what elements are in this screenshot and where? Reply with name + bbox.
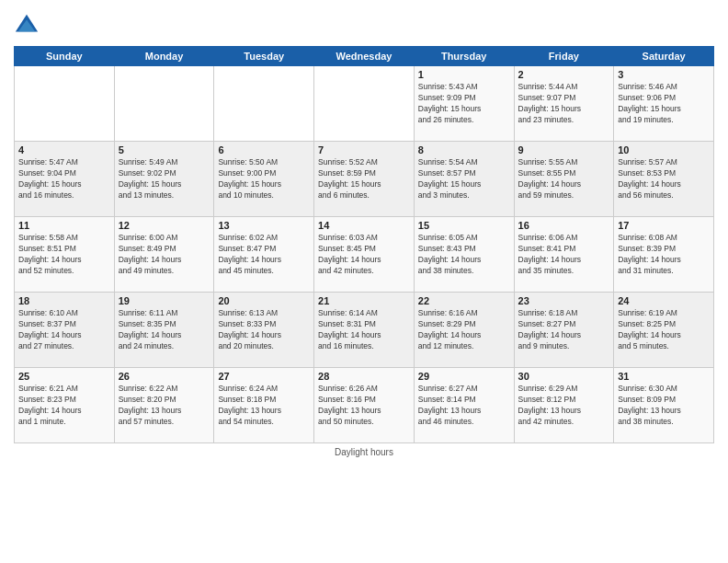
week-row-2: 4Sunrise: 5:47 AM Sunset: 9:04 PM Daylig… xyxy=(15,142,714,217)
week-row-5: 25Sunrise: 6:21 AM Sunset: 8:23 PM Dayli… xyxy=(15,368,714,443)
calendar-cell: 31Sunrise: 6:30 AM Sunset: 8:09 PM Dayli… xyxy=(614,368,714,443)
cell-info: Sunrise: 6:10 AM Sunset: 8:37 PM Dayligh… xyxy=(18,308,110,352)
day-number: 30 xyxy=(518,371,610,382)
day-number: 13 xyxy=(218,220,310,231)
day-number: 20 xyxy=(218,295,310,306)
cell-info: Sunrise: 6:16 AM Sunset: 8:29 PM Dayligh… xyxy=(418,308,510,352)
day-number: 8 xyxy=(418,144,510,155)
cell-info: Sunrise: 5:50 AM Sunset: 9:00 PM Dayligh… xyxy=(218,157,310,201)
calendar-cell: 27Sunrise: 6:24 AM Sunset: 8:18 PM Dayli… xyxy=(214,368,314,443)
calendar-cell: 2Sunrise: 5:44 AM Sunset: 9:07 PM Daylig… xyxy=(514,66,614,142)
cell-info: Sunrise: 6:22 AM Sunset: 8:20 PM Dayligh… xyxy=(119,384,210,428)
cell-info: Sunrise: 5:55 AM Sunset: 8:55 PM Dayligh… xyxy=(518,157,610,201)
calendar-cell: 16Sunrise: 6:06 AM Sunset: 8:41 PM Dayli… xyxy=(514,217,614,293)
day-number: 16 xyxy=(518,220,610,231)
day-number: 4 xyxy=(18,144,110,155)
calendar-cell: 29Sunrise: 6:27 AM Sunset: 8:14 PM Dayli… xyxy=(414,368,514,443)
day-number: 9 xyxy=(518,144,610,155)
day-number: 12 xyxy=(119,220,210,231)
day-number: 6 xyxy=(218,144,310,155)
cell-info: Sunrise: 5:52 AM Sunset: 8:59 PM Dayligh… xyxy=(318,157,410,201)
calendar-body: 1Sunrise: 5:43 AM Sunset: 9:09 PM Daylig… xyxy=(15,66,714,443)
cell-info: Sunrise: 5:46 AM Sunset: 9:06 PM Dayligh… xyxy=(618,82,710,126)
calendar-cell: 10Sunrise: 5:57 AM Sunset: 8:53 PM Dayli… xyxy=(614,142,714,217)
day-number: 7 xyxy=(318,144,410,155)
calendar-cell: 4Sunrise: 5:47 AM Sunset: 9:04 PM Daylig… xyxy=(15,142,115,217)
calendar-cell: 21Sunrise: 6:14 AM Sunset: 8:31 PM Dayli… xyxy=(314,293,415,368)
cell-info: Sunrise: 6:19 AM Sunset: 8:25 PM Dayligh… xyxy=(618,308,710,352)
calendar-cell: 6Sunrise: 5:50 AM Sunset: 9:00 PM Daylig… xyxy=(214,142,314,217)
day-header-wednesday: Wednesday xyxy=(314,47,415,66)
cell-info: Sunrise: 6:29 AM Sunset: 8:12 PM Dayligh… xyxy=(518,384,610,428)
calendar-cell: 20Sunrise: 6:13 AM Sunset: 8:33 PM Dayli… xyxy=(214,293,314,368)
cell-info: Sunrise: 6:27 AM Sunset: 8:14 PM Dayligh… xyxy=(418,384,510,428)
day-number: 28 xyxy=(318,371,410,382)
day-header-thursday: Thursday xyxy=(414,47,514,66)
cell-info: Sunrise: 5:57 AM Sunset: 8:53 PM Dayligh… xyxy=(618,157,710,201)
day-number: 1 xyxy=(418,69,510,80)
calendar-cell xyxy=(15,66,115,142)
day-number: 5 xyxy=(119,144,210,155)
calendar-cell: 30Sunrise: 6:29 AM Sunset: 8:12 PM Dayli… xyxy=(514,368,614,443)
cell-info: Sunrise: 6:08 AM Sunset: 8:39 PM Dayligh… xyxy=(618,233,710,277)
day-number: 11 xyxy=(18,220,110,231)
day-number: 23 xyxy=(518,295,610,306)
calendar-cell xyxy=(114,66,214,142)
cell-info: Sunrise: 5:49 AM Sunset: 9:02 PM Dayligh… xyxy=(119,157,210,201)
header xyxy=(14,9,714,39)
day-number: 3 xyxy=(618,69,710,80)
header-row: SundayMondayTuesdayWednesdayThursdayFrid… xyxy=(15,47,714,66)
calendar-table: SundayMondayTuesdayWednesdayThursdayFrid… xyxy=(14,46,714,443)
cell-info: Sunrise: 6:02 AM Sunset: 8:47 PM Dayligh… xyxy=(218,233,310,277)
calendar-cell: 24Sunrise: 6:19 AM Sunset: 8:25 PM Dayli… xyxy=(614,293,714,368)
footer-note: Daylight hours xyxy=(14,447,714,457)
week-row-3: 11Sunrise: 5:58 AM Sunset: 8:51 PM Dayli… xyxy=(15,217,714,293)
cell-info: Sunrise: 6:26 AM Sunset: 8:16 PM Dayligh… xyxy=(318,384,410,428)
calendar-cell: 14Sunrise: 6:03 AM Sunset: 8:45 PM Dayli… xyxy=(314,217,415,293)
calendar-cell: 18Sunrise: 6:10 AM Sunset: 8:37 PM Dayli… xyxy=(15,293,115,368)
logo-icon xyxy=(14,13,40,39)
cell-info: Sunrise: 5:54 AM Sunset: 8:57 PM Dayligh… xyxy=(418,157,510,201)
cell-info: Sunrise: 5:47 AM Sunset: 9:04 PM Dayligh… xyxy=(18,157,110,201)
day-number: 21 xyxy=(318,295,410,306)
cell-info: Sunrise: 6:11 AM Sunset: 8:35 PM Dayligh… xyxy=(119,308,210,352)
calendar-cell: 22Sunrise: 6:16 AM Sunset: 8:29 PM Dayli… xyxy=(414,293,514,368)
day-number: 27 xyxy=(218,371,310,382)
day-number: 15 xyxy=(418,220,510,231)
logo xyxy=(14,13,43,39)
day-number: 22 xyxy=(418,295,510,306)
cell-info: Sunrise: 6:05 AM Sunset: 8:43 PM Dayligh… xyxy=(418,233,510,277)
calendar-cell: 5Sunrise: 5:49 AM Sunset: 9:02 PM Daylig… xyxy=(114,142,214,217)
calendar-cell: 1Sunrise: 5:43 AM Sunset: 9:09 PM Daylig… xyxy=(414,66,514,142)
day-number: 2 xyxy=(518,69,610,80)
cell-info: Sunrise: 6:03 AM Sunset: 8:45 PM Dayligh… xyxy=(318,233,410,277)
day-number: 10 xyxy=(618,144,710,155)
calendar-cell: 3Sunrise: 5:46 AM Sunset: 9:06 PM Daylig… xyxy=(614,66,714,142)
calendar-cell: 7Sunrise: 5:52 AM Sunset: 8:59 PM Daylig… xyxy=(314,142,415,217)
day-header-friday: Friday xyxy=(514,47,614,66)
cell-info: Sunrise: 6:00 AM Sunset: 8:49 PM Dayligh… xyxy=(119,233,210,277)
calendar-cell: 15Sunrise: 6:05 AM Sunset: 8:43 PM Dayli… xyxy=(414,217,514,293)
day-number: 18 xyxy=(18,295,110,306)
cell-info: Sunrise: 5:43 AM Sunset: 9:09 PM Dayligh… xyxy=(418,82,510,126)
calendar-cell xyxy=(314,66,415,142)
calendar-cell: 17Sunrise: 6:08 AM Sunset: 8:39 PM Dayli… xyxy=(614,217,714,293)
page: SundayMondayTuesdayWednesdayThursdayFrid… xyxy=(0,0,728,466)
day-header-tuesday: Tuesday xyxy=(214,47,314,66)
cell-info: Sunrise: 6:21 AM Sunset: 8:23 PM Dayligh… xyxy=(18,384,110,428)
day-number: 19 xyxy=(119,295,210,306)
day-number: 14 xyxy=(318,220,410,231)
calendar-cell: 26Sunrise: 6:22 AM Sunset: 8:20 PM Dayli… xyxy=(114,368,214,443)
calendar-cell: 8Sunrise: 5:54 AM Sunset: 8:57 PM Daylig… xyxy=(414,142,514,217)
calendar-cell xyxy=(214,66,314,142)
day-number: 31 xyxy=(618,371,710,382)
cell-info: Sunrise: 6:14 AM Sunset: 8:31 PM Dayligh… xyxy=(318,308,410,352)
day-number: 24 xyxy=(618,295,710,306)
cell-info: Sunrise: 6:30 AM Sunset: 8:09 PM Dayligh… xyxy=(618,384,710,428)
cell-info: Sunrise: 6:06 AM Sunset: 8:41 PM Dayligh… xyxy=(518,233,610,277)
calendar-cell: 13Sunrise: 6:02 AM Sunset: 8:47 PM Dayli… xyxy=(214,217,314,293)
cell-info: Sunrise: 6:18 AM Sunset: 8:27 PM Dayligh… xyxy=(518,308,610,352)
day-number: 25 xyxy=(18,371,110,382)
day-header-sunday: Sunday xyxy=(15,47,115,66)
cell-info: Sunrise: 6:24 AM Sunset: 8:18 PM Dayligh… xyxy=(218,384,310,428)
